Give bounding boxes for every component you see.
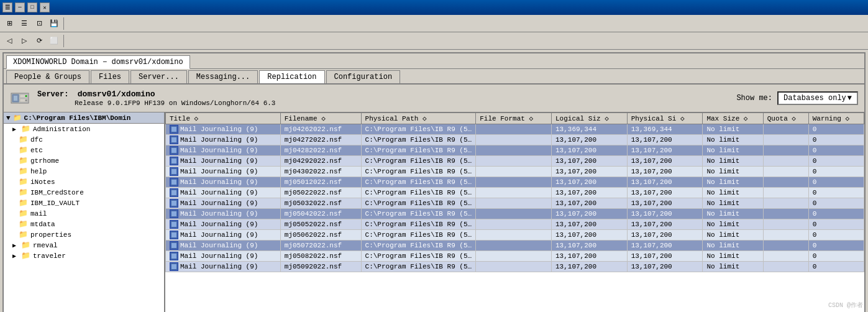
table-col-header[interactable]: Physical Si ◇ bbox=[627, 113, 703, 124]
tree-item[interactable]: 📁properties bbox=[4, 229, 164, 240]
tree-item[interactable]: 📁iNotes bbox=[4, 177, 164, 187]
tree-item[interactable]: 📁dfc bbox=[4, 134, 164, 145]
tree-item[interactable]: 📁help bbox=[4, 166, 164, 177]
table-col-header[interactable]: Title ◇ bbox=[166, 113, 281, 124]
table-cell: 0 bbox=[808, 219, 864, 230]
table-cell: No limit bbox=[703, 262, 763, 272]
show-me-value: Databases only bbox=[783, 94, 846, 103]
table-cell bbox=[476, 135, 552, 145]
table-row[interactable]: Mail Journaling (9)mj05082022.nsfC:\Prog… bbox=[166, 251, 864, 262]
tree-item[interactable]: 📁IBM_ID_VAULT bbox=[4, 198, 164, 208]
table-col-header[interactable]: Warning ◇ bbox=[808, 113, 864, 124]
tree-item-label: rmeval bbox=[33, 242, 58, 249]
tab-replication[interactable]: Replication bbox=[259, 70, 324, 83]
tree-item[interactable]: ▶📁traveler bbox=[4, 250, 164, 261]
table-panel[interactable]: Title ◇Filename ◇Physical Path ◇File For… bbox=[165, 112, 864, 312]
restore-icon[interactable]: □ bbox=[27, 2, 37, 12]
main-tab[interactable]: XDOMINOWORLD Domain − domsrv01/xdomino bbox=[6, 55, 190, 69]
folder-root-icon: 📁 bbox=[13, 114, 22, 122]
show-me-dropdown[interactable]: Databases only ▼ bbox=[777, 91, 858, 105]
table-row[interactable]: Mail Journaling (9)mj05042022.nsfC:\Prog… bbox=[166, 209, 864, 219]
table-row[interactable]: Mail Journaling (9)mj05092022.nsfC:\Prog… bbox=[166, 262, 864, 272]
tree-item[interactable]: ▶📁rmeval bbox=[4, 240, 164, 250]
table-row[interactable]: Mail Journaling (9)mj05022022.nsfC:\Prog… bbox=[166, 188, 864, 198]
table-row[interactable]: Mail Journaling (9)mj05012022.nsfC:\Prog… bbox=[166, 177, 864, 188]
table-cell: C:\Program Files\IB R9 (52.0) bbox=[361, 209, 476, 219]
table-row[interactable]: Mail Journaling (9)mj05062022.nsfC:\Prog… bbox=[166, 230, 864, 241]
table-col-header[interactable]: File Format ◇ bbox=[476, 113, 552, 124]
db-icon bbox=[170, 252, 178, 260]
table-cell: 13,107,200 bbox=[627, 145, 703, 156]
table-col-header[interactable]: Quota ◇ bbox=[763, 113, 808, 124]
toolbar-stop-btn[interactable]: ⬜ bbox=[47, 34, 61, 48]
tab-messaging[interactable]: Messaging... bbox=[188, 70, 258, 83]
tree-item[interactable]: ▶📁Administration bbox=[4, 124, 164, 134]
table-cell bbox=[476, 209, 552, 219]
toolbar-list-btn[interactable]: ☰ bbox=[17, 17, 31, 30]
table-col-header[interactable]: Filename ◇ bbox=[280, 113, 361, 124]
tree-item[interactable]: 📁etc bbox=[4, 145, 164, 155]
table-cell bbox=[763, 251, 808, 262]
tree-root-label: C:\Program Files\IBM\Domin bbox=[24, 114, 131, 122]
toolbar-forward-btn[interactable]: ▷ bbox=[17, 34, 31, 48]
table-cell: C:\Program Files\IB R9 (52.0) bbox=[361, 145, 476, 156]
watermark: CSDN @作者 bbox=[828, 301, 863, 310]
table-cell: No limit bbox=[703, 135, 763, 145]
table-cell bbox=[476, 156, 552, 167]
tree-item[interactable]: 📁mail bbox=[4, 208, 164, 219]
table-row[interactable]: Mail Journaling (9)mj05072022.nsfC:\Prog… bbox=[166, 241, 864, 251]
table-row[interactable]: Mail Journaling (9)mj05052022.nsfC:\Prog… bbox=[166, 219, 864, 230]
tab-people-groups[interactable]: People & Groups bbox=[6, 70, 89, 83]
tree-item[interactable]: 📁gtrhome bbox=[4, 155, 164, 166]
table-row[interactable]: Mail Journaling (9)mj04302022.nsfC:\Prog… bbox=[166, 167, 864, 177]
table-cell bbox=[476, 230, 552, 241]
tab-files[interactable]: Files bbox=[91, 70, 129, 83]
table-col-header[interactable]: Max Size ◇ bbox=[703, 113, 763, 124]
tree-item[interactable]: 📁IBM_CredStore bbox=[4, 187, 164, 198]
table-cell: C:\Program Files\IB R9 (52.0) bbox=[361, 230, 476, 241]
toolbar-back-btn[interactable]: ◁ bbox=[2, 34, 16, 48]
table-cell: mj05082022.nsf bbox=[280, 251, 361, 262]
table-cell: Mail Journaling (9) bbox=[166, 230, 281, 241]
table-cell: No limit bbox=[703, 209, 763, 219]
server-icon bbox=[10, 88, 30, 108]
toolbar-grid-btn[interactable]: ⊞ bbox=[2, 17, 16, 30]
table-cell: No limit bbox=[703, 177, 763, 188]
table-cell: 13,107,200 bbox=[551, 156, 627, 167]
table-cell: 13,107,200 bbox=[551, 219, 627, 230]
table-cell: mj04272022.nsf bbox=[280, 135, 361, 145]
tree-expand-icon: ▶ bbox=[12, 242, 19, 249]
menu-icon[interactable]: ☰ bbox=[2, 2, 12, 12]
table-cell: mj05072022.nsf bbox=[280, 241, 361, 251]
minimize-icon[interactable]: ─ bbox=[15, 2, 25, 12]
folder-icon: 📁 bbox=[19, 219, 28, 229]
table-cell: 0 bbox=[808, 188, 864, 198]
toolbar-detail-btn[interactable]: ⊡ bbox=[32, 17, 46, 30]
tab-server[interactable]: Server... bbox=[130, 70, 187, 83]
table-row[interactable]: Mail Journaling (9)mj04282022.nsfC:\Prog… bbox=[166, 145, 864, 156]
server-release: Release 9.0.1FP9 HF139 on Windows/Longho… bbox=[75, 99, 275, 107]
close-icon[interactable]: ✕ bbox=[40, 2, 50, 12]
table-row[interactable]: Mail Journaling (9)mj04262022.nsfC:\Prog… bbox=[166, 124, 864, 135]
table-row[interactable]: Mail Journaling (9)mj04292022.nsfC:\Prog… bbox=[166, 156, 864, 167]
table-col-header[interactable]: Physical Path ◇ bbox=[361, 113, 476, 124]
tree-root[interactable]: ▼ 📁 C:\Program Files\IBM\Domin bbox=[4, 112, 164, 124]
title-bar-icons[interactable]: ☰ ─ □ ✕ bbox=[2, 2, 50, 12]
tree-item[interactable]: 📁mtdata bbox=[4, 219, 164, 229]
table-col-header[interactable]: Logical Siz ◇ bbox=[551, 113, 627, 124]
tab-configuration[interactable]: Configuration bbox=[326, 70, 401, 83]
table-row[interactable]: Mail Journaling (9)mj04272022.nsfC:\Prog… bbox=[166, 135, 864, 145]
table-cell: mj04282022.nsf bbox=[280, 145, 361, 156]
toolbar-refresh-btn[interactable]: ⟳ bbox=[32, 34, 46, 48]
table-cell bbox=[763, 241, 808, 251]
toolbar-floppy-btn[interactable]: 💾 bbox=[47, 17, 61, 30]
table-cell: 0 bbox=[808, 177, 864, 188]
table-cell: No limit bbox=[703, 156, 763, 167]
server-name: domsrv01/xdomino bbox=[78, 89, 155, 99]
tree-item-label: gtrhome bbox=[30, 157, 59, 165]
svg-point-6 bbox=[25, 99, 27, 101]
table-row[interactable]: Mail Journaling (9)mj05032022.nsfC:\Prog… bbox=[166, 198, 864, 209]
table-cell bbox=[763, 262, 808, 272]
nav-tabs: People & Groups Files Server... Messagin… bbox=[4, 69, 864, 85]
table-cell: 13,369,344 bbox=[551, 124, 627, 135]
